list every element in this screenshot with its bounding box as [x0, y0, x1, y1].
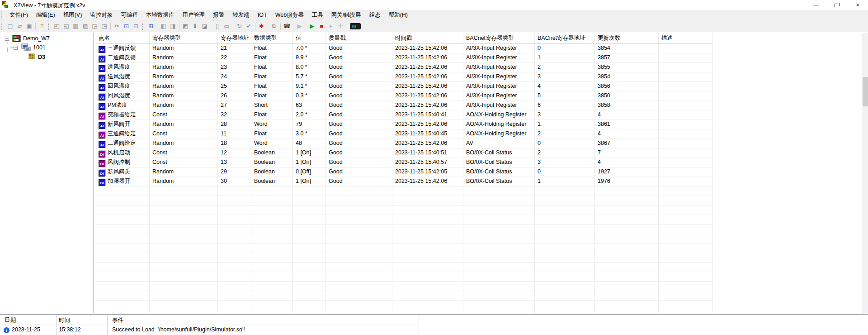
table-row[interactable]: AI回风湿度Random26Float0.3 *Good2023-11-25 1… [95, 91, 712, 100]
point-type-icon: AI [99, 56, 105, 62]
table-row[interactable]: AI二通阀反馈Random22Float9.9 *Good2023-11-25 … [95, 53, 712, 62]
column-header-6[interactable]: 时间戳 [392, 33, 463, 43]
menu-item-13[interactable]: 组态 [365, 10, 385, 20]
console-terminal-icon[interactable] [350, 23, 361, 29]
column-header-4[interactable]: 值 [292, 33, 326, 43]
restore-button[interactable] [826, 0, 847, 10]
tree-connector [16, 51, 16, 60]
minimize-button[interactable] [806, 0, 826, 10]
refresh-icon[interactable]: ↻ [235, 22, 244, 31]
align-objects-icon[interactable]: ◧ [159, 22, 168, 31]
log-column-divider [419, 315, 419, 335]
panel-splitter[interactable] [93, 33, 94, 313]
menu-item-8[interactable]: 转发端 [228, 10, 254, 20]
start-run-icon[interactable]: ▶ [307, 22, 317, 31]
table-row[interactable]: AI新风阀开Random28Word79Good2023-11-25 15:42… [95, 120, 712, 129]
device-icon [21, 43, 31, 52]
menu-item-10[interactable]: Web服务器 [271, 10, 308, 20]
cell-reg_type: Random [149, 43, 217, 53]
menu-item-5[interactable]: 本地数据库 [142, 10, 179, 20]
deploy-download-icon[interactable]: ⇓ [190, 22, 200, 31]
color-palette-icon[interactable]: ⊞ [146, 22, 156, 31]
cut-icon[interactable]: ✂ [112, 22, 122, 31]
apply-check-icon[interactable]: ✓ [244, 22, 254, 31]
alarm-icon[interactable]: ✱ [257, 22, 266, 31]
cell-timestamp: 2023-11-25 15:40:45 [392, 129, 463, 139]
column-header-9[interactable]: 更新次数 [594, 33, 658, 43]
column-header-0[interactable]: 点名 [95, 33, 149, 43]
cell-reg_type: Random [149, 167, 217, 177]
layout-view-icon[interactable]: ◳ [99, 22, 109, 31]
table-row[interactable]: DI加湿器开Random30Boolean1 [On]Good2023-11-2… [95, 177, 712, 186]
copy-icon[interactable]: ⊟ [131, 22, 141, 31]
column-header-1[interactable]: 寄存器类型 [149, 33, 217, 43]
cell-value: 1 [On] [292, 158, 326, 167]
window-preview2-icon[interactable]: ▭ [222, 22, 231, 31]
open-file-icon[interactable]: ▱ [15, 22, 24, 31]
table-row[interactable]: AIPM浓度Random27Short63Good2023-11-25 15:4… [95, 100, 712, 110]
vertical-scrollbar[interactable] [862, 33, 868, 313]
save-file-icon[interactable]: ▣ [24, 22, 34, 31]
tree-expander-root[interactable]: − [5, 37, 9, 41]
main-area: − Demo_W7 − 1001 D3 点名寄存器类型寄存器地址数据类型值质量戳… [0, 33, 868, 313]
cell-updates: 4 [594, 158, 658, 167]
tool-config-icon[interactable]: ◩ [181, 22, 190, 31]
table-row[interactable]: DI风机启动Const12Boolean1 [On]Good2023-11-25… [95, 148, 712, 158]
tree-node-d3[interactable]: D3 [38, 54, 45, 60]
menu-item-4[interactable]: 可编程 [117, 10, 142, 20]
tree-node-demo-w7[interactable]: Demo_W7 [23, 35, 50, 42]
report-view-icon[interactable]: ◲ [90, 22, 99, 31]
log-entry-event: Succeed to Load '/home/sunfull/Plugin/Si… [112, 326, 245, 333]
monitor-alert-icon[interactable]: ◪ [200, 22, 209, 31]
table-row[interactable]: AI三通阀反馈Random21Float7.0 *Good2023-11-25 … [95, 43, 712, 53]
cell-updates: 3854 [594, 43, 658, 53]
menu-item-6[interactable]: 用户管理 [178, 10, 209, 20]
debug-run-icon[interactable]: ✢ [336, 22, 345, 31]
table-row[interactable]: DI风阀控制Const13Boolean1 [On]Good2023-11-25… [95, 158, 712, 167]
column-header-10[interactable]: 描述 [658, 33, 712, 43]
menu-item-14[interactable]: 帮助(H) [385, 10, 412, 20]
monitor-view-icon[interactable]: ◱ [61, 22, 71, 31]
step-run-icon[interactable]: ▸ [326, 22, 336, 31]
tree-expander-1001[interactable]: − [14, 46, 18, 50]
tag-grid-icon[interactable]: ▦ [71, 22, 80, 31]
cell-timestamp: 2023-11-25 15:42:06 [392, 62, 463, 72]
telephone-icon[interactable]: ☎ [282, 22, 292, 31]
menu-item-1[interactable]: 编辑(E) [32, 10, 59, 20]
point-name: 送风湿度 [108, 73, 130, 80]
cell-timestamp: 2023-11-25 15:42:06 [392, 91, 463, 100]
tree-node-1001[interactable]: 1001 [33, 44, 46, 51]
menu-item-9[interactable]: IOT [254, 10, 271, 20]
menu-item-7[interactable]: 报警 [209, 10, 228, 20]
scrollbar-thumb[interactable] [863, 77, 868, 106]
menu-item-12[interactable]: 网关/触摸屏 [327, 10, 365, 20]
table-row[interactable]: AI变频器给定Const32Float2.0 *Good2023-11-25 1… [95, 110, 712, 120]
table-row[interactable]: AI三通阀给定Const11Float3.0 *Good2023-11-25 1… [95, 129, 712, 139]
column-header-5[interactable]: 质量戳 [326, 33, 392, 43]
run-disabled-icon[interactable]: ▶ [295, 22, 304, 31]
table-row[interactable]: DI新风阀关Random29Boolean0 [Off]Good2023-11-… [95, 167, 712, 177]
stop-run-icon[interactable]: ■ [317, 22, 326, 31]
paste-icon[interactable]: ⊡ [122, 22, 131, 31]
menu-item-2[interactable]: 视图(V) [59, 10, 86, 20]
trend-chart-icon[interactable]: ▨ [80, 22, 90, 31]
close-button[interactable]: × [847, 0, 868, 10]
table-row[interactable]: AI送风温度Random23Float8.0 *Good2023-11-25 1… [95, 62, 712, 72]
column-header-8[interactable]: BACnet寄存器地址 [534, 33, 594, 43]
cascade-windows-icon[interactable]: ⧉ [269, 22, 279, 31]
device-view-icon[interactable]: ◰ [52, 22, 61, 31]
menu-item-11[interactable]: 工具 [308, 10, 327, 20]
table-row[interactable]: AI二通阀给定Random18Word48Good2023-11-25 15:4… [95, 139, 712, 148]
menu-item-3[interactable]: 监控对象 [86, 10, 117, 20]
column-header-2[interactable]: 寄存器地址 [217, 33, 251, 43]
help-icon[interactable]: ? [37, 22, 47, 31]
table-row[interactable]: AI送风湿度Random24Float5.7 *Good2023-11-25 1… [95, 72, 712, 81]
new-file-icon[interactable]: ▢ [5, 22, 15, 31]
group-objects-icon[interactable]: ◨ [168, 22, 178, 31]
menu-item-0[interactable]: 文件(F) [5, 10, 32, 20]
column-header-3[interactable]: 数据类型 [251, 33, 292, 43]
toolbar-separator [233, 23, 233, 30]
table-row[interactable]: AI回风温度Random25Float9.1 *Good2023-11-25 1… [95, 81, 712, 91]
column-header-7[interactable]: BACnet寄存器类型 [463, 33, 534, 43]
window-preview-icon[interactable]: ▯ [212, 22, 222, 31]
